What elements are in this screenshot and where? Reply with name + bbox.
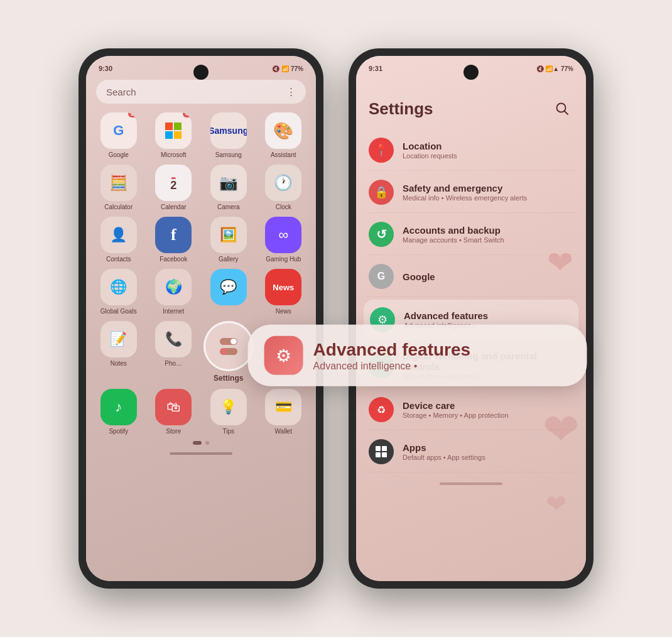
app-internet[interactable]: 🌍 Internet bbox=[148, 269, 200, 315]
app-label-goals: Global Goals bbox=[100, 308, 137, 315]
settings-list: 📍 Location Location requests 🔒 Safety an… bbox=[356, 125, 586, 477]
app-calculator[interactable]: 🧮 Calculator bbox=[92, 165, 145, 210]
app-camera[interactable]: 📷 Camera bbox=[202, 165, 255, 210]
app-label-internet: Internet bbox=[163, 308, 184, 315]
app-label-gallery: Gallery bbox=[219, 256, 239, 263]
app-calendar[interactable]: ▂ 2 Calendar bbox=[148, 165, 200, 210]
app-store[interactable]: 🛍 Store bbox=[148, 389, 200, 435]
app-settings[interactable]: Settings bbox=[202, 321, 255, 383]
time-left: 9:30 bbox=[99, 65, 112, 72]
app-icon-settings bbox=[203, 321, 254, 371]
more-icon[interactable]: ⋮ bbox=[286, 86, 296, 97]
app-label-phone: Pho… bbox=[165, 360, 182, 367]
accounts-name: Accounts and backup bbox=[403, 225, 573, 236]
app-label-clock: Clock bbox=[276, 204, 291, 210]
app-icon-news: News bbox=[265, 269, 301, 305]
app-samsung[interactable]: Samsung Samsung bbox=[202, 112, 255, 158]
app-messages[interactable]: 💬 bbox=[202, 269, 255, 315]
dot-2 bbox=[205, 441, 209, 445]
app-label-contacts: Contacts bbox=[106, 256, 131, 263]
app-wallet[interactable]: 💳 Wallet bbox=[257, 389, 310, 435]
search-bar[interactable]: Search ⋮ bbox=[96, 80, 306, 104]
settings-item-accounts[interactable]: ↺ Accounts and backup Manage accounts • … bbox=[366, 214, 576, 255]
app-icon-calendar: ▂ 2 bbox=[155, 165, 192, 201]
settings-item-location[interactable]: 📍 Location Location requests bbox=[366, 130, 576, 171]
app-phone[interactable]: 📞 Pho… bbox=[148, 321, 200, 383]
status-icons-right: 🔇 📶▲ 77% bbox=[536, 65, 573, 72]
device-name: Device care bbox=[403, 400, 573, 411]
settings-header: Settings bbox=[356, 89, 586, 125]
app-icon-phone: 📞 bbox=[155, 321, 192, 357]
right-phone: 9:31 🔇 📶▲ 77% Settings 📍 bbox=[349, 48, 593, 589]
svg-rect-8 bbox=[376, 452, 381, 457]
accounts-text: Accounts and backup Manage accounts • Sm… bbox=[403, 225, 573, 244]
app-icon-gaming: ∞ bbox=[265, 217, 301, 253]
location-name: Location bbox=[403, 141, 573, 151]
badge-microsoft: 48 bbox=[183, 112, 192, 117]
app-facebook[interactable]: f Facebook bbox=[148, 217, 200, 263]
svg-rect-9 bbox=[382, 452, 387, 457]
google-name: Google bbox=[403, 271, 573, 282]
app-microsoft[interactable]: 48 Microsoft bbox=[148, 112, 200, 158]
app-label-gaming: Gaming Hub bbox=[266, 256, 301, 263]
app-spotify[interactable]: ♪ Spotify bbox=[92, 389, 145, 435]
app-icon-clock: 🕐 bbox=[265, 165, 301, 201]
app-icon-messages: 💬 bbox=[210, 269, 247, 305]
app-goals[interactable]: 🌐 Global Goals bbox=[92, 269, 145, 315]
badge-google: 15 bbox=[128, 112, 137, 117]
app-icon-store: 🛍 bbox=[155, 389, 192, 425]
app-icon-gallery: 🖼️ bbox=[210, 217, 247, 253]
app-icon-wallet: 💳 bbox=[265, 389, 301, 425]
app-icon-internet: 🌍 bbox=[155, 269, 192, 305]
app-icon-tips: 💡 bbox=[210, 389, 247, 425]
settings-item-device[interactable]: ♻ Device care Storage • Memory • App pro… bbox=[366, 389, 576, 430]
app-label-spotify: Spotify bbox=[109, 428, 128, 435]
location-icon: 📍 bbox=[369, 138, 394, 163]
settings-item-apps[interactable]: Apps Default apps • App settings bbox=[366, 432, 576, 472]
app-clock[interactable]: 🕐 Clock bbox=[257, 165, 310, 210]
app-icon-calculator: 🧮 bbox=[100, 165, 137, 201]
accounts-sub: Manage accounts • Smart Switch bbox=[403, 236, 573, 244]
safety-sub: Medical info • Wireless emergency alerts bbox=[403, 194, 573, 202]
app-contacts[interactable]: 👤 Contacts bbox=[92, 217, 145, 263]
accounts-icon: ↺ bbox=[369, 222, 394, 247]
page-indicators bbox=[86, 441, 316, 450]
safety-name: Safety and emergency bbox=[403, 183, 573, 193]
app-label-assistant: Assistant bbox=[271, 151, 296, 158]
left-phone: 9:30 🔇 📶 77% Search ⋮ G 15 Google bbox=[79, 48, 323, 589]
right-phone-screen: 9:31 🔇 📶▲ 77% Settings 📍 bbox=[356, 56, 586, 581]
safety-text: Safety and emergency Medical info • Wire… bbox=[403, 183, 573, 202]
app-news[interactable]: News News bbox=[257, 269, 310, 315]
app-label-microsoft: Microsoft bbox=[161, 151, 187, 158]
status-icons-left: 🔇 📶 77% bbox=[272, 65, 303, 72]
settings-item-google[interactable]: G Google bbox=[366, 256, 576, 297]
app-icon-camera: 📷 bbox=[210, 165, 247, 201]
app-google[interactable]: G 15 Google bbox=[92, 112, 145, 158]
app-icon-goals: 🌐 bbox=[100, 269, 137, 305]
app-label-settings: Settings bbox=[214, 374, 243, 383]
app-icon-notes: 📝 bbox=[100, 321, 137, 357]
settings-item-safety[interactable]: 🔒 Safety and emergency Medical info • Wi… bbox=[366, 172, 576, 213]
popup-icon: ⚙ bbox=[264, 336, 303, 375]
time-right: 9:31 bbox=[369, 65, 382, 72]
settings-screen: 9:31 🔇 📶▲ 77% Settings 📍 bbox=[356, 56, 586, 581]
popup-subtitle: Advanced intelligence • bbox=[313, 361, 471, 372]
signal-icon: 🔇 📶 77% bbox=[272, 65, 303, 72]
app-gallery[interactable]: 🖼️ Gallery bbox=[202, 217, 255, 263]
settings-search-button[interactable] bbox=[551, 97, 573, 120]
app-label-notes: Notes bbox=[111, 360, 127, 367]
device-icon: ♻ bbox=[369, 397, 394, 422]
app-notes[interactable]: 📝 Notes bbox=[92, 321, 145, 383]
app-assistant[interactable]: 🎨 Assistant bbox=[257, 112, 310, 158]
apps-icon bbox=[369, 439, 394, 464]
svg-line-5 bbox=[565, 111, 568, 115]
apps-sub: Default apps • App settings bbox=[403, 454, 573, 461]
home-bar-left bbox=[170, 452, 232, 455]
app-label-tips: Tips bbox=[222, 428, 234, 435]
app-label-facebook: Facebook bbox=[160, 256, 187, 263]
app-gaming[interactable]: ∞ Gaming Hub bbox=[257, 217, 310, 263]
popup-title: Advanced features bbox=[313, 339, 471, 361]
app-label-samsung: Samsung bbox=[215, 151, 242, 158]
heart-decor-3: ❤ bbox=[546, 489, 567, 518]
app-tips[interactable]: 💡 Tips bbox=[202, 389, 255, 435]
